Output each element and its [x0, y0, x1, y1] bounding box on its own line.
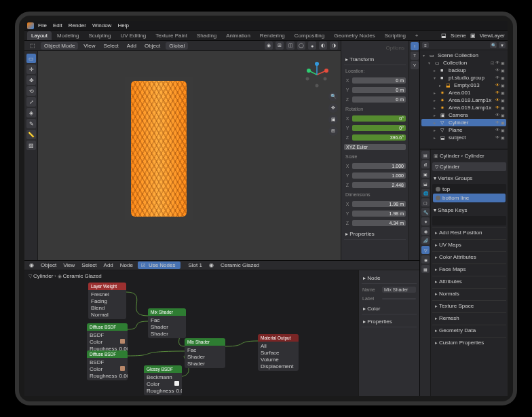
outliner-item[interactable]: ▸✷Area.018.Lamp1x👁▣ — [421, 96, 506, 104]
acc-texture-space[interactable]: ▸ Texture Space — [432, 300, 506, 311]
node-mix-1[interactable]: Mix Shader Fac Shader Shader — [148, 308, 186, 338]
shader-type-dropdown[interactable]: Object — [39, 261, 58, 269]
menu-help[interactable]: Help — [115, 22, 130, 29]
filter-icon[interactable]: ▼ — [499, 42, 506, 48]
transform-tool-icon[interactable]: ◈ — [26, 108, 36, 117]
node-diffuse-2[interactable]: Diffuse BSDF BSDF Color Roughness0.000 — [87, 350, 128, 380]
tool-tab[interactable]: T — [411, 52, 419, 60]
scene-name[interactable]: Scene — [451, 33, 466, 39]
shading-material-icon[interactable]: ◐ — [319, 41, 327, 50]
selected-mesh-cylinder[interactable] — [131, 81, 187, 217]
vp-menu-select[interactable]: Select — [101, 42, 121, 50]
outliner-tree[interactable]: ▾▭Scene Collection ▾▭Collection☑👁▣ ▸■bac… — [420, 50, 508, 149]
socket-value[interactable]: 0.000 — [119, 373, 128, 379]
outliner-item[interactable]: ▸▣Camera👁▣ — [421, 111, 506, 119]
render-tab-icon[interactable]: ▤ — [421, 151, 430, 159]
acc-face-maps[interactable]: ▸ Face Maps — [432, 264, 506, 274]
dim-y-field[interactable]: 1.98 m — [352, 211, 406, 217]
camera-view-icon[interactable]: ▣ — [328, 115, 338, 124]
objectdata-tab-icon[interactable]: ▽ — [421, 246, 430, 254]
item-tab[interactable]: I — [411, 42, 419, 50]
color-swatch[interactable] — [120, 339, 125, 344]
overlay-toggle-icon[interactable]: ⊞ — [276, 41, 284, 50]
modifiers-tab-icon[interactable]: 🔧 — [421, 208, 430, 216]
outliner-item-selected[interactable]: ▸▽Cylinder👁▣ — [421, 119, 506, 126]
outliner-item[interactable]: ▸■backup👁▣ — [421, 67, 506, 74]
color-swatch[interactable] — [174, 381, 179, 386]
move-tool-icon[interactable]: ✥ — [26, 75, 36, 85]
search-icon[interactable]: 🔍 — [490, 42, 497, 48]
acc-geometry-data[interactable]: ▸ Geometry Data — [432, 325, 506, 336]
material-tab-icon[interactable]: ◉ — [421, 255, 430, 264]
vertex-group-item-selected[interactable]: bottom line — [433, 194, 506, 202]
node-mix-2[interactable]: Mix Shader Fac Shader Shader — [185, 338, 225, 368]
outliner-item[interactable]: ▸⬓subject👁▣ — [421, 134, 506, 141]
dim-z-field[interactable]: 4.34 m — [352, 220, 406, 226]
scale-z-field[interactable]: 2.448 — [352, 182, 406, 188]
node-props-accordion[interactable]: ▸ Properties — [362, 316, 417, 327]
viewlayer-tab-icon[interactable]: ▣ — [421, 170, 430, 178]
outliner-item[interactable]: ▸⬓Empty.013👁▣ — [421, 81, 506, 89]
material-name-field[interactable]: Ceramic Glazed — [218, 261, 261, 269]
rot-y-field[interactable]: 0° — [352, 125, 406, 131]
blender-logo-icon[interactable] — [27, 22, 34, 29]
outliner-editor-icon[interactable]: ≡ — [422, 42, 429, 48]
object-mode-dropdown[interactable]: Object Mode — [41, 42, 78, 50]
tab-texturepaint[interactable]: Texture Paint — [151, 31, 191, 40]
vertex-group-item[interactable]: top — [433, 185, 506, 194]
node-glossy[interactable]: Glossy BSDF Beckmann Color Roughness0.03… — [144, 365, 182, 395]
node-material-output[interactable]: Material Output All Surface Volume Displ… — [258, 334, 299, 371]
slot-dropdown[interactable]: Slot 1 — [186, 261, 204, 269]
viewlayer-name[interactable]: ViewLayer — [480, 33, 505, 39]
tab-rendering[interactable]: Rendering — [256, 31, 289, 40]
shading-solid-icon[interactable]: ● — [308, 41, 316, 50]
perspective-icon[interactable]: ⊞ — [328, 126, 338, 136]
select-tool-icon[interactable]: ▭ — [26, 54, 36, 63]
color-swatch[interactable] — [120, 366, 125, 371]
scale-tool-icon[interactable]: ⤢ — [26, 97, 36, 107]
ne-menu-view[interactable]: View — [61, 261, 77, 269]
rotate-tool-icon[interactable]: ⟲ — [26, 86, 36, 96]
tab-layout[interactable]: Layout — [27, 31, 52, 40]
tab-uvediting[interactable]: UV Editing — [116, 31, 150, 40]
shader-editor-icon[interactable]: ◉ — [27, 261, 36, 269]
node-layer-weight[interactable]: Layer Weight Fresnel Facing Blend Normal — [88, 283, 126, 319]
acc-uv-maps[interactable]: ▸ UV Maps — [432, 239, 506, 250]
viewport-3d[interactable]: 🔍 ✥ ▣ ⊞ — [38, 51, 341, 260]
tab-geonodes[interactable]: Geometry Nodes — [330, 31, 379, 40]
outliner-item[interactable]: ▸✷Area.019.Lamp1x👁▣ — [421, 104, 506, 111]
node-color-accordion[interactable]: ▸ Color — [362, 304, 417, 314]
acc-normals[interactable]: ▸ Normals — [432, 288, 506, 299]
world-tab-icon[interactable]: 🌐 — [421, 189, 430, 197]
use-nodes-checkbox[interactable]: ☑ Use Nodes — [138, 261, 181, 269]
shading-rendered-icon[interactable]: ◑ — [330, 41, 338, 50]
menu-file[interactable]: File — [36, 22, 49, 29]
acc-rest-position[interactable]: ▸ Add Rest Position — [432, 227, 506, 238]
node-canvas[interactable]: ▽ Cylinder › ◉ Ceramic Glazed Layer Weig… — [24, 270, 358, 396]
socket-value[interactable]: 0.037 — [176, 388, 182, 394]
transform-header[interactable]: ▸ Transform — [344, 54, 406, 65]
rotation-mode-dropdown[interactable]: XYZ Euler — [344, 144, 406, 150]
properties-accordion[interactable]: ▸ Properties — [344, 229, 406, 240]
loc-z-field[interactable]: 0 m — [352, 96, 406, 103]
move-view-icon[interactable]: ✥ — [328, 103, 338, 113]
node-diffuse-1[interactable]: Diffuse BSDF BSDF Color Roughness0.000 — [87, 323, 128, 353]
view-tab[interactable]: V — [411, 61, 419, 69]
acc-remesh[interactable]: ▸ Remesh — [432, 312, 506, 323]
output-tab-icon[interactable]: 🖨 — [421, 160, 430, 168]
mesh-name-field[interactable]: ▽ Cylinder — [432, 162, 506, 171]
tab-add[interactable]: + — [411, 31, 423, 40]
tab-shading[interactable]: Shading — [193, 31, 221, 40]
vp-menu-add[interactable]: Add — [124, 42, 139, 50]
particles-tab-icon[interactable]: ✷ — [421, 217, 430, 225]
annotate-tool-icon[interactable]: ✎ — [26, 119, 36, 128]
acc-custom-props[interactable]: ▸ Custom Properties — [432, 337, 506, 348]
dim-x-field[interactable]: 1.98 m — [352, 201, 406, 207]
node-label-field[interactable] — [382, 298, 416, 300]
tab-animation[interactable]: Animation — [222, 31, 254, 40]
texture-tab-icon[interactable]: ▦ — [421, 265, 430, 273]
node-name-field[interactable]: Mix Shader — [382, 287, 416, 293]
shape-keys-header[interactable]: ▾ Shape Keys — [432, 204, 506, 215]
xray-icon[interactable]: ◫ — [286, 41, 294, 50]
vertex-groups-header[interactable]: ▾ Vertex Groups — [432, 173, 506, 183]
